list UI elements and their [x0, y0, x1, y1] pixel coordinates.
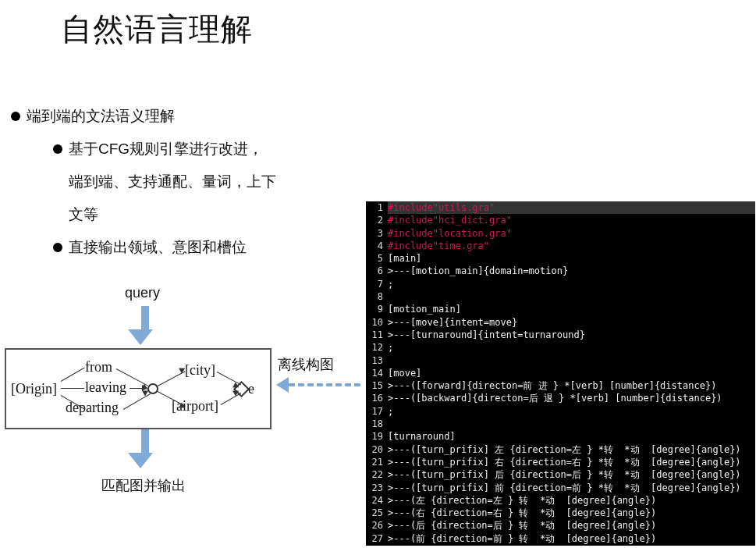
code-text: #include"utils.gra"	[388, 201, 755, 214]
code-text	[388, 354, 755, 367]
code-text: >---(前 {direction=前 } 转 *动 [degree]{angl…	[388, 532, 755, 545]
page-title: 自然语言理解	[61, 8, 253, 51]
slide: 自然语言理解 端到端的文法语义理解 基于CFG规则引擎进行改进， 端到端、支持通…	[0, 0, 756, 548]
bullet-dot-icon	[11, 112, 20, 121]
code-line: 20>---([turn_prifix] 左 {direction=左 } *转…	[366, 443, 755, 456]
code-line: 3#include"location.gra"	[366, 227, 755, 240]
line-number: 6	[366, 265, 388, 277]
code-text: ;	[388, 405, 755, 418]
line-number: 18	[366, 418, 388, 430]
code-text: ;	[388, 341, 755, 354]
line-number: 27	[366, 532, 388, 545]
arrow-down-icon	[137, 429, 153, 468]
code-line: 16>---([backward]{directon=后 退 } *[verb]…	[366, 392, 755, 404]
code-text	[388, 290, 755, 303]
code-line: 25>---(右 {direction=右 } 转 *动 [degree]{an…	[366, 507, 755, 519]
line-number: 12	[366, 341, 388, 354]
arrow-down-icon	[137, 306, 153, 345]
code-line: 10>---[move]{intent=move}	[366, 316, 755, 329]
line-number: 10	[366, 316, 388, 329]
code-text: >---([backward]{directon=后 退 } *[verb] […	[388, 392, 755, 404]
line-number: 19	[366, 430, 388, 443]
line-number: 13	[366, 354, 388, 367]
code-line: 2#include"hci_dict.gra"	[366, 214, 755, 226]
line-number: 3	[366, 227, 388, 240]
bullet-dot-icon	[53, 144, 62, 154]
line-number: 22	[366, 468, 388, 481]
code-text: ;	[388, 278, 755, 290]
line-number: 21	[366, 456, 388, 468]
match-output-label: 匹配图并输出	[101, 476, 186, 495]
line-number: 5	[366, 252, 388, 265]
code-text: >---(后 {direction=后 } 转 *动 [degree]{angl…	[388, 519, 755, 532]
line-number: 17	[366, 405, 388, 418]
line-number: 20	[366, 443, 388, 456]
bullet-text: 端到端的文法语义理解	[27, 100, 175, 133]
gb-from: from	[85, 359, 112, 375]
code-text: >---([turn_prifix] 前 {direction=前 } *转 *…	[388, 482, 755, 494]
code-line: 14[move]	[366, 367, 755, 379]
line-number: 4	[366, 240, 388, 252]
line-number: 16	[366, 392, 388, 404]
grammar-diagram: [Origin] from leaving departing [city] […	[5, 348, 272, 429]
gb-edge	[61, 368, 85, 382]
bullet-text: 基于CFG规则引擎进行改进，	[69, 133, 263, 165]
line-number: 25	[366, 507, 388, 519]
code-text: #include"hci_dict.gra"	[388, 214, 755, 226]
code-editor: 1#include"utils.gra"2#include"hci_dict.g…	[366, 201, 755, 546]
code-text: >---([turn_prifix] 后 {direction=后 } *转 *…	[388, 468, 755, 481]
code-line: 9[motion_main]	[366, 303, 755, 315]
code-text: >---[motion_main]{domain=motion}	[388, 265, 755, 277]
line-number: 23	[366, 482, 388, 494]
code-line: 15>---([forward]{directon=前 进 } *[verb] …	[366, 379, 755, 392]
gb-city: [city]	[185, 362, 215, 379]
bullet-2: 基于CFG规则引擎进行改进，	[53, 133, 323, 165]
line-number: 14	[366, 367, 388, 379]
code-line: 6>---[motion_main]{domain=motion}	[366, 265, 755, 277]
query-label: query	[125, 285, 160, 301]
code-text: >---[turnaround]{intent=turnaround}	[388, 329, 755, 341]
code-text: >---(左 {direction=左 } 转 *动 [degree]{angl…	[388, 494, 755, 507]
offline-build-label: 离线构图	[278, 355, 334, 374]
bullet-3: 直接输出领域、意图和槽位	[53, 231, 323, 264]
code-text: >---[move]{intent=move}	[388, 316, 755, 329]
code-text: >---([turn_prifix] 左 {direction=左 } *转 *…	[388, 443, 755, 456]
code-line: 17;	[366, 405, 755, 418]
code-text: [main]	[388, 252, 755, 265]
line-number: 8	[366, 290, 388, 303]
code-line: 23>---([turn_prifix] 前 {direction=前 } *转…	[366, 482, 755, 494]
code-line: 5[main]	[366, 252, 755, 265]
code-line: 21>---([turn_prifix] 右 {direction=右 } *转…	[366, 456, 755, 468]
code-line: 1#include"utils.gra"	[366, 201, 755, 214]
line-number: 2	[366, 214, 388, 226]
bullet-2-cont: 端到端、支持通配、量词，上下	[69, 165, 323, 198]
code-text: [move]	[388, 367, 755, 379]
bullet-dot-icon	[53, 243, 62, 252]
gb-origin: [Origin]	[11, 381, 57, 397]
code-line: 11>---[turnaround]{intent=turnaround}	[366, 329, 755, 341]
code-text: >---([turn_prifix] 右 {direction=右 } *转 *…	[388, 456, 755, 468]
line-number: 26	[366, 519, 388, 532]
bullet-1: 端到端的文法语义理解	[11, 100, 323, 133]
code-line: 12;	[366, 341, 755, 354]
gb-edge	[61, 388, 84, 389]
code-text	[388, 418, 755, 430]
code-line: 8	[366, 290, 755, 303]
code-line: 13	[366, 354, 755, 367]
gb-leaving: leaving	[85, 379, 126, 396]
code-line: 4#include"time.gra"	[366, 240, 755, 252]
code-line: 27>---(前 {direction=前 } 转 *动 [degree]{an…	[366, 532, 755, 545]
code-text: >---([forward]{directon=前 进 } *[verb] [n…	[388, 379, 755, 392]
code-line: 26>---(后 {direction=后 } 转 *动 [degree]{an…	[366, 519, 755, 532]
gb-e: e	[248, 381, 254, 397]
code-line: 22>---([turn_prifix] 后 {direction=后 } *转…	[366, 468, 755, 481]
code-text: #include"location.gra"	[388, 227, 755, 240]
bullet-2-cont2: 文等	[69, 198, 323, 231]
bullet-list: 端到端的文法语义理解 基于CFG规则引擎进行改进， 端到端、支持通配、量词，上下…	[11, 100, 323, 264]
code-text: [turnaround]	[388, 430, 755, 443]
code-line: 7;	[366, 278, 755, 290]
bullet-text: 直接输出领域、意图和槽位	[69, 231, 247, 264]
code-line: 18	[366, 418, 755, 430]
line-number: 7	[366, 278, 388, 290]
code-text: >---(右 {direction=右 } 转 *动 [degree]{angl…	[388, 507, 755, 519]
